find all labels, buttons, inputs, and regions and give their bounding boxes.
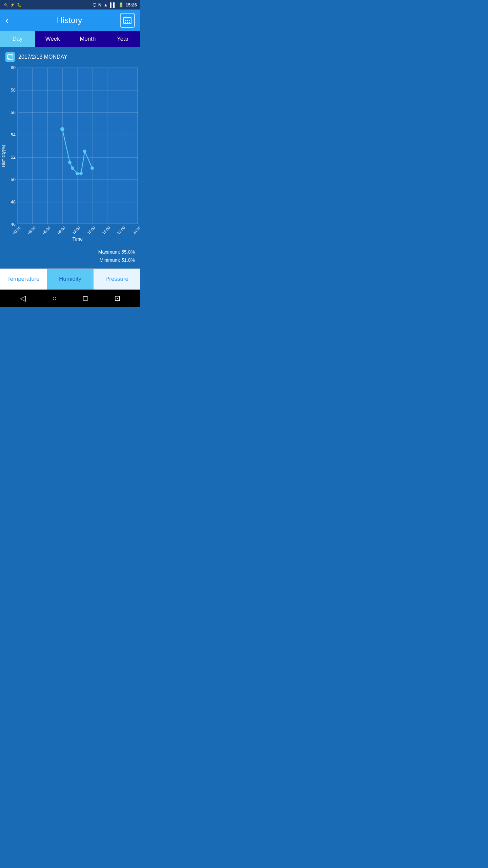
usb2-icon: ⚡ [10, 3, 15, 7]
usb-icon: 🔌 [3, 3, 8, 7]
svg-rect-8 [127, 22, 128, 23]
calendar-icon [123, 16, 132, 25]
stats-section: Maximum: 55.0% Minimum: 51.0% [0, 245, 140, 269]
wifi-icon: ▲ [103, 2, 108, 7]
nav-recent-icon[interactable]: □ [83, 294, 88, 303]
tab-day[interactable]: Day [0, 31, 35, 47]
svg-point-57 [60, 127, 64, 131]
svg-text:60: 60 [11, 65, 16, 70]
date-calendar-icon [5, 52, 15, 62]
svg-rect-18 [9, 58, 10, 59]
status-icons-left: 🔌 ⚡ 🐛 [3, 3, 22, 7]
svg-rect-9 [129, 22, 130, 23]
svg-text:56: 56 [11, 110, 16, 115]
status-bar: 🔌 ⚡ 🐛 ⬡ N ▲ ▌▌ 🔋 15:26 [0, 0, 140, 9]
nav-extra-icon[interactable]: ⊡ [114, 294, 120, 303]
svg-rect-17 [8, 58, 9, 59]
tab-month[interactable]: Month [70, 31, 105, 47]
page-title: History [19, 16, 120, 25]
svg-rect-15 [9, 57, 10, 57]
svg-text:Humidity(%): Humidity(%) [1, 145, 6, 167]
svg-text:Time: Time [73, 236, 83, 242]
battery-icon: 🔋 [118, 2, 124, 7]
svg-rect-5 [127, 20, 128, 21]
svg-point-58 [68, 161, 72, 164]
svg-point-62 [83, 150, 86, 153]
svg-rect-7 [125, 22, 126, 23]
svg-rect-6 [129, 20, 130, 21]
tab-humidity[interactable]: Humidity [47, 269, 94, 290]
tab-year[interactable]: Year [105, 31, 141, 47]
nav-back-icon[interactable]: ◁ [20, 294, 26, 303]
clock: 15:26 [126, 2, 137, 7]
signal-icon: ▌▌ [110, 2, 116, 7]
sensor-tabs: Temperature Humidity Pressure [0, 269, 140, 290]
tab-temperature[interactable]: Temperature [0, 269, 47, 290]
status-icons-right: ⬡ N ▲ ▌▌ 🔋 15:26 [93, 2, 137, 7]
current-date: 2017/2/13 MONDAY [18, 54, 67, 60]
bluetooth-icon: ⬡ [93, 2, 96, 7]
nfc-icon: N [98, 2, 101, 7]
humidity-chart: Humidity(%) 60 58 56 54 52 50 48 46 [0, 64, 140, 244]
svg-text:54: 54 [11, 132, 16, 137]
svg-point-61 [79, 172, 83, 175]
svg-text:50: 50 [11, 177, 16, 182]
calendar-button[interactable] [120, 13, 135, 28]
svg-point-59 [71, 166, 74, 170]
svg-rect-21 [18, 68, 138, 224]
tab-pressure[interactable]: Pressure [94, 269, 140, 290]
navigation-bar: ◁ ○ □ ⊡ [0, 290, 140, 307]
svg-point-60 [76, 172, 79, 175]
svg-rect-4 [125, 20, 126, 21]
svg-point-63 [90, 166, 94, 170]
svg-text:48: 48 [11, 199, 16, 204]
back-button[interactable]: ‹ [5, 15, 19, 26]
maximum-stat: Maximum: 55.0% [5, 248, 135, 256]
period-tabs: Day Week Month Year [0, 31, 140, 47]
date-row: 2017/2/13 MONDAY [0, 51, 140, 64]
svg-text:58: 58 [11, 87, 16, 93]
svg-text:46: 46 [11, 222, 16, 227]
svg-rect-14 [8, 57, 9, 57]
minimum-stat: Minimum: 51.0% [5, 256, 135, 264]
debug-icon: 🐛 [17, 3, 22, 7]
chart-container: Humidity(%) 60 58 56 54 52 50 48 46 [0, 64, 140, 245]
header: ‹ History [0, 9, 140, 31]
svg-rect-16 [11, 57, 12, 57]
tab-week[interactable]: Week [35, 31, 70, 47]
nav-home-icon[interactable]: ○ [52, 294, 57, 303]
content-area: 2017/2/13 MONDAY Humidity(%) 60 58 56 [0, 47, 140, 269]
svg-text:52: 52 [11, 155, 16, 160]
